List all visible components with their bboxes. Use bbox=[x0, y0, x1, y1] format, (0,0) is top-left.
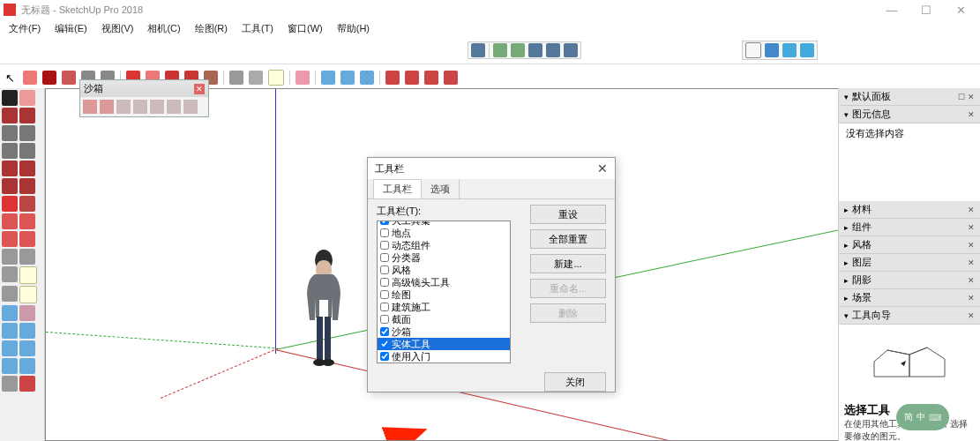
panel-styles[interactable]: 风格✕ bbox=[839, 236, 980, 254]
menu-view[interactable]: 视图(V) bbox=[96, 20, 139, 37]
toolbar-list-item[interactable]: 高级镜头工具 bbox=[378, 276, 510, 288]
default-tray-header[interactable]: 默认面板 ☐ ✕ bbox=[839, 88, 980, 106]
rename-button[interactable]: 重命名... bbox=[530, 279, 606, 298]
toolbar-item-checkbox[interactable] bbox=[380, 327, 389, 336]
ext-warehouse-icon[interactable] bbox=[546, 43, 560, 57]
zoom-window-icon[interactable] bbox=[19, 323, 35, 339]
select-icon[interactable] bbox=[2, 90, 18, 106]
panel-close-icon[interactable]: ✕ bbox=[968, 276, 975, 285]
dim-icon[interactable] bbox=[19, 249, 35, 265]
followme-icon[interactable] bbox=[19, 213, 35, 229]
toolbar-list-item[interactable]: 动态组件 bbox=[378, 239, 510, 251]
close-window-button[interactable]: ✕ bbox=[945, 0, 976, 19]
dialog-close-icon[interactable]: ✕ bbox=[597, 161, 608, 176]
sandbox-drape-icon[interactable] bbox=[150, 100, 164, 114]
pan-icon[interactable] bbox=[340, 71, 355, 85]
select-tool-icon[interactable]: ↖ bbox=[5, 71, 18, 84]
rotate-icon[interactable] bbox=[2, 213, 18, 229]
polygon-icon[interactable] bbox=[19, 143, 35, 159]
line-icon[interactable] bbox=[2, 108, 18, 123]
model-share-icon[interactable] bbox=[528, 43, 542, 57]
toolbar-list-item[interactable]: 实体工具 bbox=[378, 338, 510, 350]
zoom-icon[interactable] bbox=[2, 323, 18, 339]
sandbox-smoove-icon[interactable] bbox=[116, 100, 131, 114]
sandbox-toolbar-title[interactable]: 沙箱 ✕ bbox=[80, 80, 208, 97]
panel-close-icon[interactable]: ✕ bbox=[968, 206, 975, 214]
eraser-icon[interactable] bbox=[19, 90, 35, 106]
menu-file[interactable]: 文件(F) bbox=[4, 20, 46, 37]
prev-view-icon[interactable] bbox=[19, 340, 35, 356]
panel-close-icon[interactable]: ✕ bbox=[968, 110, 975, 119]
menu-help[interactable]: 帮助(H) bbox=[332, 20, 375, 37]
zoom-extents-icon[interactable] bbox=[2, 340, 18, 356]
tab-options[interactable]: 选项 bbox=[421, 179, 460, 198]
sandbox-close-icon[interactable]: ✕ bbox=[194, 84, 205, 94]
panel-scenes[interactable]: 场景✕ bbox=[839, 289, 980, 307]
close-button[interactable]: 关闭 bbox=[544, 372, 606, 392]
reset-button[interactable]: 重设 bbox=[530, 205, 606, 224]
sandbox-from-scratch-icon[interactable] bbox=[100, 100, 114, 114]
protractor-icon[interactable] bbox=[2, 266, 18, 282]
paint-icon[interactable] bbox=[295, 71, 310, 85]
circle-icon[interactable] bbox=[2, 143, 18, 159]
panel-shadows[interactable]: 阴影✕ bbox=[839, 272, 980, 289]
panel-close-icon[interactable]: ✕ bbox=[968, 258, 975, 267]
walk-icon[interactable] bbox=[2, 376, 18, 392]
menu-tools[interactable]: 工具(T) bbox=[236, 20, 279, 37]
toolbar-list-item[interactable]: 绘图 bbox=[378, 288, 510, 301]
line-icon[interactable] bbox=[42, 71, 56, 85]
tape-icon[interactable] bbox=[2, 249, 18, 265]
dialog-titlebar[interactable]: 工具栏 ✕ bbox=[368, 158, 615, 179]
toolbar-item-checkbox[interactable] bbox=[380, 265, 389, 274]
panel-materials[interactable]: 材料✕ bbox=[839, 201, 980, 219]
toolbar-listbox[interactable]: Trimble Connect编辑标准仓库大工具集地点动态组件分类器风格高级镜头… bbox=[377, 220, 511, 363]
toolbar-item-checkbox[interactable] bbox=[380, 253, 389, 262]
position-camera-icon[interactable] bbox=[2, 358, 18, 374]
toolbar-list-item[interactable]: 使用入门 bbox=[378, 350, 510, 363]
toolbar-item-checkbox[interactable] bbox=[380, 352, 389, 361]
panel-close-icon[interactable]: ✕ bbox=[968, 311, 975, 320]
section-fill-icon[interactable] bbox=[444, 71, 458, 85]
component-share-icon[interactable] bbox=[511, 43, 525, 57]
menu-draw[interactable]: 绘图(R) bbox=[190, 20, 233, 37]
toolbar-item-checkbox[interactable] bbox=[380, 315, 389, 324]
pushpull-icon[interactable] bbox=[19, 196, 35, 212]
toolbar-item-checkbox[interactable] bbox=[380, 241, 389, 250]
rotated-rect-icon[interactable] bbox=[19, 125, 35, 141]
toolbar-item-checkbox[interactable] bbox=[380, 303, 389, 311]
toolbar-list-item[interactable]: 风格 bbox=[378, 264, 510, 276]
section-display-icon[interactable] bbox=[405, 71, 419, 85]
component-icon[interactable] bbox=[493, 43, 507, 57]
tray-minimize-icon[interactable]: ☐ ✕ bbox=[958, 93, 975, 101]
arc-icon[interactable] bbox=[62, 71, 76, 85]
toolbar-item-checkbox[interactable] bbox=[380, 290, 389, 299]
union-icon[interactable] bbox=[782, 43, 797, 57]
toolbar-item-checkbox[interactable] bbox=[380, 228, 389, 237]
rect-icon[interactable] bbox=[2, 125, 18, 141]
toolbar-list-item[interactable]: 大工具集 bbox=[378, 220, 510, 227]
text-icon[interactable] bbox=[268, 70, 284, 86]
reset-all-button[interactable]: 全部重置 bbox=[530, 229, 606, 249]
toolbar-item-checkbox[interactable] bbox=[380, 220, 389, 225]
section-icon[interactable] bbox=[385, 71, 400, 85]
new-button[interactable]: 新建... bbox=[530, 254, 606, 273]
look-around-icon[interactable] bbox=[19, 358, 35, 374]
pie-icon[interactable] bbox=[19, 178, 35, 194]
panel-close-icon[interactable]: ✕ bbox=[968, 294, 975, 303]
panel-components[interactable]: 组件✕ bbox=[839, 219, 980, 236]
axes-icon[interactable] bbox=[2, 286, 18, 302]
3dtext-icon[interactable] bbox=[19, 286, 37, 303]
tab-toolbars[interactable]: 工具栏 bbox=[373, 179, 422, 198]
toolbar-list-item[interactable]: 建筑施工 bbox=[378, 301, 510, 313]
delete-button[interactable]: 删除 bbox=[530, 303, 606, 323]
sandbox-stamp-icon[interactable] bbox=[133, 100, 147, 114]
section-plane-icon[interactable] bbox=[19, 376, 35, 392]
sandbox-toolbar[interactable]: 沙箱 ✕ bbox=[79, 79, 209, 117]
instructor-header[interactable]: 工具向导✕ bbox=[839, 307, 980, 325]
entity-info-header[interactable]: 图元信息 ✕ bbox=[839, 106, 980, 123]
text-label-icon[interactable] bbox=[19, 266, 37, 284]
sandbox-from-contours-icon[interactable] bbox=[83, 100, 97, 114]
eraser-icon[interactable] bbox=[23, 71, 37, 85]
freehand-icon[interactable] bbox=[19, 108, 35, 123]
outer-shell-icon[interactable] bbox=[745, 42, 761, 58]
